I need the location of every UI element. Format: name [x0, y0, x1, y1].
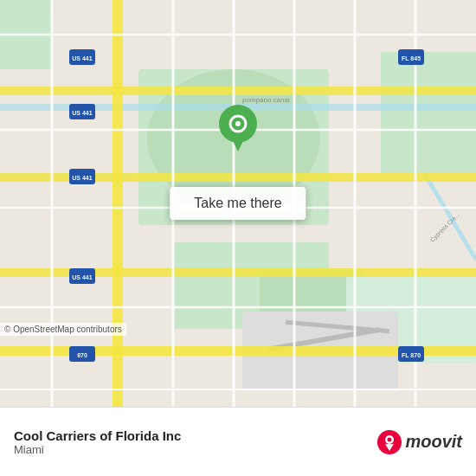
- svg-text:pompano canal: pompano canal: [242, 96, 290, 104]
- map-pin: [219, 105, 257, 155]
- svg-text:FL 845: FL 845: [402, 55, 421, 61]
- svg-point-53: [388, 437, 392, 441]
- take-me-there-button[interactable]: Take me there: [170, 187, 306, 220]
- location-info: Cool Carriers of Florida Inc Miami: [14, 428, 377, 456]
- map-attribution: © OpenStreetMap contributors: [0, 323, 126, 336]
- svg-rect-6: [381, 52, 476, 173]
- svg-text:US 441: US 441: [72, 55, 92, 61]
- moovit-label: moovit: [405, 432, 462, 452]
- svg-text:US 441: US 441: [72, 274, 92, 280]
- moovit-brand-icon: [377, 430, 402, 454]
- svg-text:FL 870: FL 870: [402, 352, 421, 358]
- moovit-logo: moovit: [377, 430, 462, 454]
- bottom-bar: Cool Carriers of Florida Inc Miami moovi…: [0, 407, 476, 476]
- svg-point-49: [235, 121, 241, 126]
- location-name: Cool Carriers of Florida Inc: [14, 428, 377, 443]
- svg-text:US 441: US 441: [72, 175, 92, 181]
- location-city: Miami: [14, 443, 377, 456]
- svg-rect-15: [0, 87, 476, 95]
- svg-marker-47: [229, 134, 247, 151]
- map-container[interactable]: US 441 US 441 US 441 US 441 FL 845 870 F…: [0, 0, 476, 407]
- svg-text:870: 870: [77, 352, 87, 358]
- svg-text:US 441: US 441: [72, 110, 92, 116]
- svg-rect-14: [113, 0, 123, 407]
